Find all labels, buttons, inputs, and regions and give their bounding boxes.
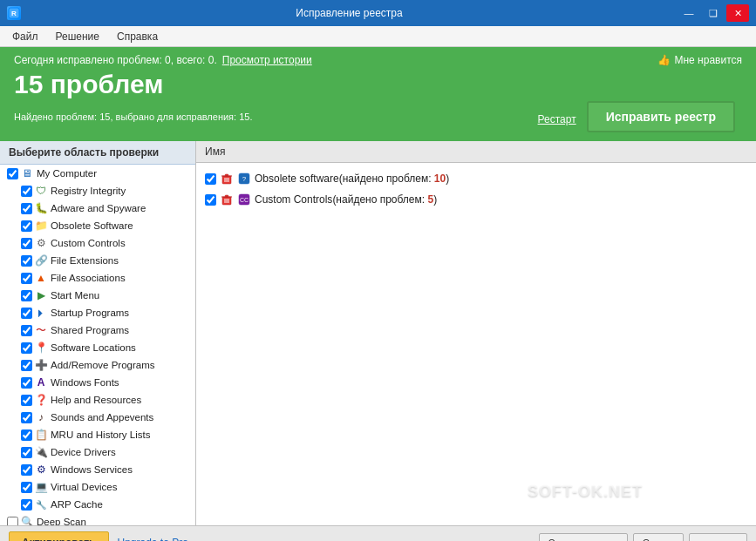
tree-item-device-drivers[interactable]: 🔌 Device Drivers — [0, 443, 195, 461]
result-item-obsolete[interactable]: ? Obsolete software(найдено проблем: 10) — [200, 168, 753, 189]
tree-item-adware[interactable]: 🐛 Adware and Spyware — [0, 199, 195, 217]
checkbox-windows-services[interactable] — [21, 464, 32, 476]
status-sub-text: Найдено проблем: 15, выбрано для исправл… — [14, 112, 252, 122]
status-top-text: Сегодня исправлено проблем: 0, всего: 0.… — [14, 54, 312, 66]
checkbox-adware[interactable] — [21, 203, 32, 214]
tree-item-virtual-devices[interactable]: 💻 Virtual Devices — [0, 478, 195, 496]
result-controls-icon-2: CC — [237, 193, 251, 206]
checkbox-file-associations[interactable] — [21, 273, 32, 284]
scan-icon: 🔍 — [20, 515, 34, 525]
tree-item-windows-services[interactable]: ⚙ Windows Services — [0, 461, 195, 478]
fix-registry-button[interactable]: Исправить реестр — [587, 101, 735, 132]
label-adware: Adware and Spyware — [51, 203, 146, 213]
result-count-end-custom: ) — [433, 193, 437, 206]
tree-item-my-computer[interactable]: 🖥 My Computer — [0, 165, 195, 182]
label-virtual-devices: Virtual Devices — [51, 482, 118, 492]
label-startup-programs: Startup Programs — [51, 308, 129, 318]
checkbox-mru[interactable] — [21, 429, 32, 441]
exclude-button[interactable]: Список исклю... — [539, 533, 628, 542]
checkbox-sounds[interactable] — [21, 412, 32, 423]
tree-item-deep-scan[interactable]: 🔍 Deep Scan — [0, 513, 195, 525]
label-start-menu: Start Menu — [51, 290, 99, 301]
checkbox-shared-programs[interactable] — [21, 325, 32, 336]
right-panel-header: Имя — [196, 141, 756, 163]
checkbox-custom-controls[interactable] — [21, 238, 32, 249]
tree-item-obsolete[interactable]: 📁 Obsolete Software — [0, 217, 195, 234]
checkbox-add-remove[interactable] — [21, 360, 32, 371]
activate-button[interactable]: Активировать — [9, 531, 109, 542]
tree-item-file-associations[interactable]: ▲ File Associations — [0, 269, 195, 287]
checkbox-arp-cache[interactable] — [21, 499, 32, 511]
menu-solution[interactable]: Решение — [47, 29, 108, 44]
label-registry-integrity: Registry Integrity — [51, 186, 126, 196]
file-assoc-icon: ▲ — [34, 271, 48, 285]
service-icon: ⚙ — [34, 463, 48, 477]
checkbox-registry-integrity[interactable] — [21, 186, 32, 197]
tree-item-registry-integrity[interactable]: 🛡 Registry Integrity — [0, 182, 195, 199]
label-file-extensions: File Extensions — [51, 255, 119, 266]
maximize-button[interactable]: ❑ — [702, 4, 725, 22]
tree-item-software-locations[interactable]: 📍 Software Locations — [0, 339, 195, 356]
upgrade-link[interactable]: Upgrade to Pro — [118, 537, 188, 542]
menu-help[interactable]: Справка — [108, 29, 167, 44]
close-button[interactable]: ✕ — [726, 4, 749, 22]
minimize-button[interactable]: — — [678, 4, 700, 22]
result-item-custom-controls[interactable]: CC Custom Controls(найдено проблем: 5) — [200, 189, 753, 210]
tree-item-custom-controls[interactable]: ⚙ Custom Controls — [0, 234, 195, 252]
label-shared-programs: Shared Programs — [51, 325, 129, 335]
svg-text:?: ? — [242, 175, 247, 183]
shield-icon: 🛡 — [34, 184, 48, 198]
link-icon: 🔗 — [34, 254, 48, 267]
svg-text:R: R — [11, 10, 17, 17]
tree-item-startup-programs[interactable]: ⏵ Startup Programs — [0, 304, 195, 321]
label-file-associations: File Associations — [51, 273, 126, 283]
tree-item-start-menu[interactable]: ▶ Start Menu — [0, 287, 195, 304]
startup-icon: ⏵ — [34, 306, 48, 320]
label-windows-services: Windows Services — [51, 464, 133, 475]
checkbox-software-locations[interactable] — [21, 342, 32, 354]
checkbox-start-menu[interactable] — [21, 290, 32, 301]
tree-item-sounds[interactable]: ♪ Sounds and Appevents — [0, 409, 195, 426]
result-label-custom-controls: Custom Controls — [255, 193, 332, 206]
help-icon: ❓ — [34, 393, 48, 407]
label-arp-cache: ARP Cache — [51, 499, 103, 510]
virtual-icon: 💻 — [34, 480, 48, 494]
title-bar-left: R — [7, 6, 21, 20]
tree-item-file-extensions[interactable]: 🔗 File Extensions — [0, 252, 195, 269]
tree-container[interactable]: 🖥 My Computer 🛡 Registry Integrity 🐛 Adw… — [0, 165, 195, 525]
label-device-drivers: Device Drivers — [51, 447, 116, 457]
fix-button[interactable]: исправ... — [689, 533, 747, 542]
checkbox-help-resources[interactable] — [21, 395, 32, 406]
result-checkbox-custom-controls[interactable] — [205, 194, 216, 206]
status-top-line: Сегодня исправлено проблем: 0, всего: 0.… — [14, 54, 742, 66]
thumbs-up-icon: 👍 — [657, 54, 671, 66]
ignore-button[interactable]: Отме... — [633, 533, 684, 542]
tree-item-windows-fonts[interactable]: A Windows Fonts — [0, 374, 195, 391]
result-label-obsolete: Obsolete software — [255, 172, 339, 185]
result-trash-icon-1 — [220, 172, 234, 186]
label-software-locations: Software Locations — [51, 342, 136, 353]
checkbox-file-extensions[interactable] — [21, 255, 32, 267]
menu-file[interactable]: Файл — [3, 29, 47, 44]
checkbox-startup-programs[interactable] — [21, 308, 32, 319]
checkbox-virtual-devices[interactable] — [21, 482, 32, 493]
history-link[interactable]: Просмотр истории — [222, 54, 312, 66]
checkbox-device-drivers[interactable] — [21, 447, 32, 458]
tree-item-add-remove[interactable]: ➕ Add/Remove Programs — [0, 356, 195, 374]
share-icon: 〜 — [34, 323, 48, 337]
result-text-custom-controls: Custom Controls(найдено проблем: 5) — [255, 193, 437, 206]
label-windows-fonts: Windows Fonts — [51, 377, 119, 388]
checkbox-my-computer[interactable] — [7, 168, 18, 179]
tree-item-arp-cache[interactable]: 🔧 ARP Cache — [0, 496, 195, 513]
restart-link[interactable]: Рестарт — [538, 113, 576, 125]
computer-icon: 🖥 — [20, 166, 34, 180]
like-button[interactable]: 👍 Мне нравится — [657, 54, 742, 66]
tree-item-help-resources[interactable]: ❓ Help and Resources — [0, 391, 195, 409]
checkbox-obsolete[interactable] — [21, 220, 32, 232]
tree-item-mru[interactable]: 📋 MRU and History Lists — [0, 426, 195, 443]
checkbox-deep-scan[interactable] — [7, 517, 18, 526]
tree-item-shared-programs[interactable]: 〜 Shared Programs — [0, 321, 195, 339]
checkbox-windows-fonts[interactable] — [21, 377, 32, 389]
result-checkbox-obsolete[interactable] — [205, 173, 216, 185]
addremove-icon: ➕ — [34, 358, 48, 372]
